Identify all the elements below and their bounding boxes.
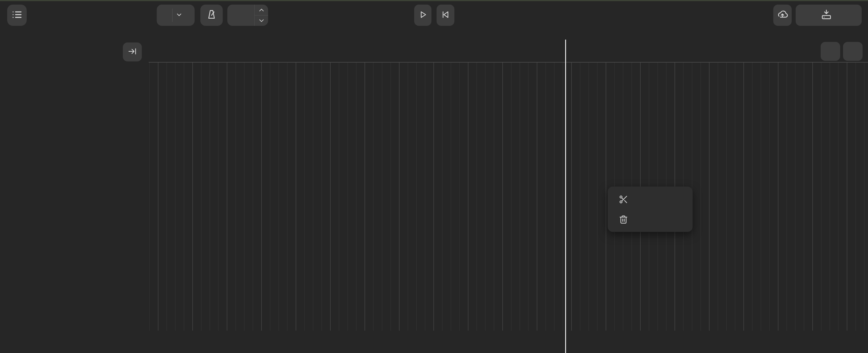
cloud-upload-button[interactable] bbox=[773, 5, 792, 26]
metronome-button[interactable] bbox=[200, 5, 223, 26]
bpm-input[interactable] bbox=[227, 5, 254, 26]
window-top-strip bbox=[0, 0, 868, 1]
divider bbox=[172, 9, 173, 22]
tracklist-menu-button[interactable] bbox=[7, 5, 27, 26]
play-button[interactable] bbox=[414, 5, 431, 26]
export-button[interactable] bbox=[796, 5, 862, 26]
ruler-ticks bbox=[149, 33, 868, 63]
follow-playhead-button[interactable] bbox=[123, 42, 142, 61]
key-selector[interactable] bbox=[157, 5, 195, 26]
bpm-control bbox=[227, 5, 268, 26]
zoom-in-button[interactable] bbox=[820, 42, 840, 61]
clip-context-menu bbox=[608, 187, 693, 232]
metronome-icon bbox=[206, 9, 217, 21]
arrow-to-bar-icon bbox=[128, 47, 137, 57]
bpm-increase-button[interactable] bbox=[255, 5, 268, 15]
scissors-icon bbox=[619, 195, 628, 205]
skip-to-start-button[interactable] bbox=[437, 5, 454, 26]
context-menu-item-delete[interactable] bbox=[608, 211, 693, 229]
play-icon bbox=[418, 10, 428, 21]
download-tray-icon bbox=[821, 9, 832, 21]
skip-to-start-icon bbox=[441, 10, 451, 21]
trash-icon bbox=[619, 215, 628, 226]
chevron-down-icon bbox=[175, 10, 183, 20]
list-icon bbox=[11, 9, 22, 21]
cloud-upload-icon bbox=[777, 9, 788, 21]
playhead[interactable] bbox=[565, 40, 566, 353]
bpm-decrease-button[interactable] bbox=[255, 15, 268, 26]
zoom-out-button[interactable] bbox=[843, 42, 863, 61]
timeline-ruler[interactable] bbox=[0, 33, 868, 63]
context-menu-item-split[interactable] bbox=[608, 191, 693, 209]
daw-app bbox=[0, 0, 868, 353]
timeline-grid bbox=[149, 63, 868, 331]
